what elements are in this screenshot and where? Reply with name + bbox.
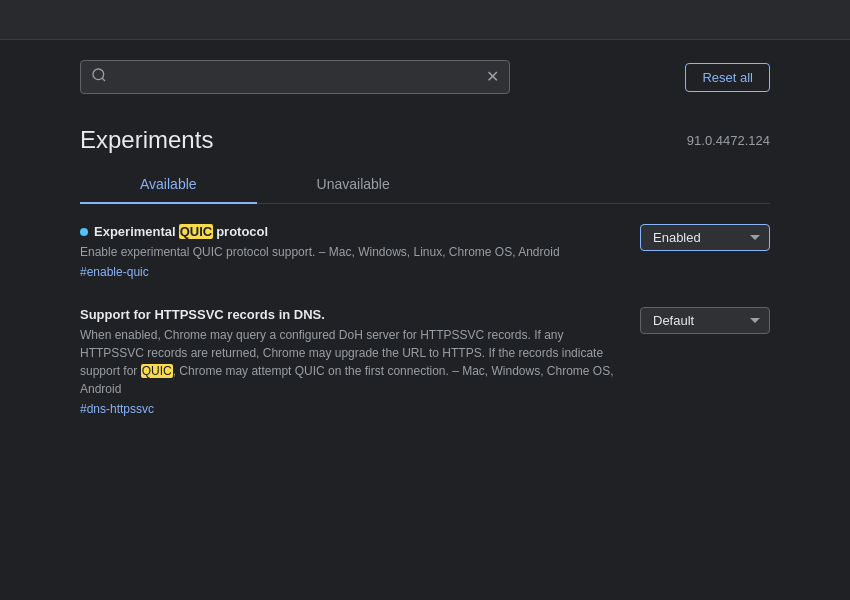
experiment-link[interactable]: #enable-quic (80, 265, 560, 279)
search-input[interactable]: quic (115, 69, 486, 85)
quic-highlight-2: QUIC (141, 364, 173, 378)
search-icon (91, 67, 107, 87)
experiment-description-2: When enabled, Chrome may query a configu… (80, 326, 620, 398)
experiments-header: Experiments 91.0.4472.124 (80, 110, 770, 166)
experiment-title-text: Experimental QUIC protocol (94, 224, 268, 239)
clear-icon[interactable]: ✕ (486, 69, 499, 85)
title-httpssvc: Support for HTTPSSVC records in DNS. (80, 307, 325, 322)
experiment-item-httpssvc: Support for HTTPSSVC records in DNS. Whe… (80, 307, 770, 416)
dropdown-wrapper-2: Default Enabled Disabled (640, 307, 770, 334)
search-input-wrapper: quic ✕ (80, 60, 510, 94)
tab-available[interactable]: Available (80, 166, 257, 204)
experiment-title: Experimental QUIC protocol (80, 224, 560, 239)
httpssvc-dropdown[interactable]: Default Enabled Disabled (640, 307, 770, 334)
version-text: 91.0.4472.124 (687, 133, 770, 148)
main-content: Experiments 91.0.4472.124 Available Unav… (0, 110, 850, 416)
title-part-1: Experimental (94, 224, 176, 239)
status-dot (80, 228, 88, 236)
experiment-title-row: Experimental QUIC protocol Enable experi… (80, 224, 770, 279)
experiment-item-quic: Experimental QUIC protocol Enable experi… (80, 224, 770, 279)
experiment-title-2: Support for HTTPSSVC records in DNS. (80, 307, 620, 322)
reset-all-button[interactable]: Reset all (685, 63, 770, 92)
experiment-title-area-2: Support for HTTPSSVC records in DNS. Whe… (80, 307, 620, 416)
dropdown-wrapper-1: Default Enabled Disabled (640, 224, 770, 251)
experiment-description: Enable experimental QUIC protocol suppor… (80, 243, 560, 261)
experiment-link-2[interactable]: #dns-httpssvc (80, 402, 620, 416)
svg-point-0 (93, 69, 104, 80)
svg-line-1 (102, 78, 105, 81)
tabs-container: Available Unavailable (80, 166, 770, 204)
search-bar-area: quic ✕ Reset all (0, 40, 850, 110)
page-title: Experiments (80, 126, 213, 154)
tab-unavailable[interactable]: Unavailable (257, 166, 450, 204)
top-bar (0, 0, 850, 40)
quic-highlight-1: QUIC (179, 224, 214, 239)
title-part-2: protocol (216, 224, 268, 239)
experiment-title-row-2: Support for HTTPSSVC records in DNS. Whe… (80, 307, 770, 416)
experiment-title-area: Experimental QUIC protocol Enable experi… (80, 224, 560, 279)
quic-protocol-dropdown[interactable]: Default Enabled Disabled (640, 224, 770, 251)
